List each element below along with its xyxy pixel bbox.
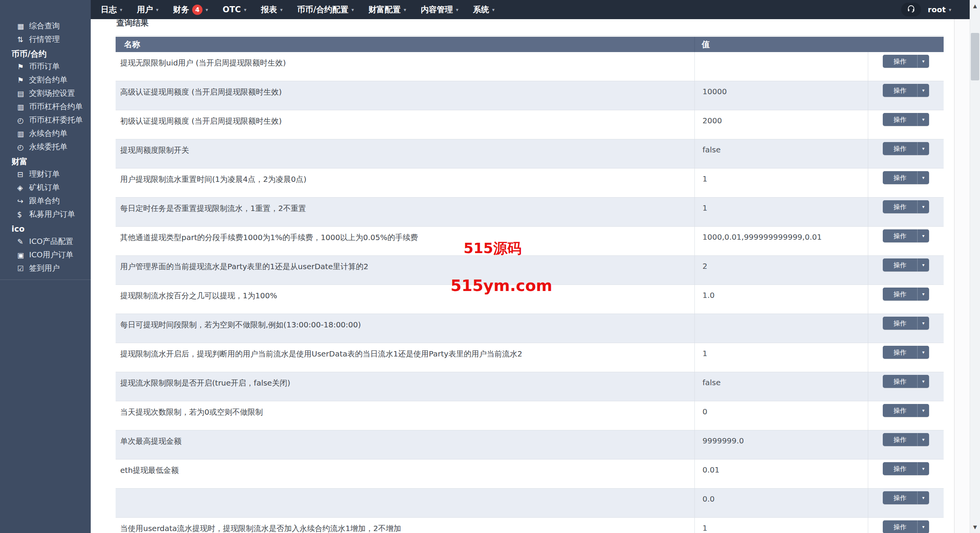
sidebar-item-label: 跟单合约 <box>29 196 60 206</box>
action-dropdown-toggle[interactable]: ▾ <box>917 346 929 359</box>
chevron-down-icon: ▾ <box>244 7 247 13</box>
setting-value: 0.0 <box>695 489 868 517</box>
nav-item-users[interactable]: 用户▾ <box>137 4 159 15</box>
setting-name: 初级认证提现周额度 (当开启周提现限额时生效) <box>116 110 695 139</box>
scroll-up-arrow-icon[interactable]: ▲ <box>970 3 980 9</box>
action-button[interactable]: 操作 <box>883 258 917 271</box>
nav-item-label: 系统 <box>473 4 489 15</box>
action-dropdown-toggle[interactable]: ▾ <box>917 404 929 417</box>
chevron-down-icon: ▾ <box>922 59 924 64</box>
nav-item-logs[interactable]: 日志▾ <box>101 4 122 15</box>
chevron-down-icon: ▾ <box>922 495 924 500</box>
action-button[interactable]: 操作 <box>883 200 917 213</box>
nav-item-content[interactable]: 内容管理▾ <box>421 4 459 15</box>
page-title: 查询结果 <box>116 19 944 36</box>
sidebar-item-private-placement-orders[interactable]: $私募用户订单 <box>0 208 91 221</box>
setting-name: 高级认证提现周额度 (当开启周提现限额时生效) <box>116 81 695 110</box>
action-button[interactable]: 操作 <box>883 317 917 330</box>
action-button[interactable]: 操作 <box>883 462 917 475</box>
nav-item-otc[interactable]: OTC▾ <box>223 5 247 14</box>
action-dropdown-toggle[interactable]: ▾ <box>917 258 929 271</box>
chevron-down-icon: ▾ <box>403 7 406 13</box>
action-button[interactable]: 操作 <box>883 84 917 97</box>
sidebar-item-ico-user-orders[interactable]: ▣ICO用户订单 <box>0 248 91 262</box>
action-dropdown-toggle[interactable]: ▾ <box>917 200 929 213</box>
setting-name: 用户提现限制流水重置时间(1为凌晨4点，2为凌晨0点) <box>116 168 695 197</box>
action-dropdown-toggle[interactable]: ▾ <box>917 84 929 97</box>
nav-item-system[interactable]: 系统▾ <box>473 4 495 15</box>
nav-item-label: 财富配置 <box>368 4 400 15</box>
sidebar-item-margin-entrust-orders[interactable]: ◴币币杠杆委托单 <box>0 113 91 127</box>
sidebar-item-perpetual-entrust-orders[interactable]: ◴永续委托单 <box>0 140 91 154</box>
sidebar-item-delivery-risk-settings[interactable]: ▤交割场控设置 <box>0 87 91 100</box>
action-button[interactable]: 操作 <box>883 55 917 68</box>
action-dropdown-toggle[interactable]: ▾ <box>917 55 929 68</box>
chevron-down-icon: ▾ <box>922 88 924 93</box>
sidebar-item-label: 行情管理 <box>29 34 60 44</box>
action-button[interactable]: 操作 <box>883 142 917 155</box>
action-button[interactable]: 操作 <box>883 171 917 184</box>
action-button[interactable]: 操作 <box>883 404 917 417</box>
nav-item-coin-contract-config[interactable]: 币币/合约配置▾ <box>297 4 354 15</box>
sidebar-item-delivery-contract-orders[interactable]: ⚑交割合约单 <box>0 73 91 87</box>
sidebar-item-perpetual-contract-orders[interactable]: ▥永续合约单 <box>0 127 91 140</box>
action-dropdown-toggle[interactable]: ▾ <box>917 520 929 533</box>
setting-value <box>695 314 868 343</box>
sidebar-item-coin-orders[interactable]: ⚑币币订单 <box>0 60 91 73</box>
action-button[interactable]: 操作 <box>883 433 917 446</box>
files-icon: ▥ <box>17 129 29 138</box>
user-menu[interactable]: root ▾ <box>928 5 951 14</box>
chevron-down-icon: ▾ <box>922 466 924 471</box>
sidebar-item-comprehensive-query[interactable]: ▦综合查询 <box>0 19 91 33</box>
sidebar-item-ico-product-config[interactable]: ✎ICO产品配置 <box>0 235 91 248</box>
sidebar-item-market-management[interactable]: ⇅行情管理 <box>0 33 91 46</box>
setting-name: 其他通道提现类型part的分段手续费1000为1%的手续费，1000以上为0.0… <box>116 227 695 255</box>
sidebar-item-checkin-users[interactable]: ☑签到用户 <box>0 262 91 275</box>
action-dropdown-toggle[interactable]: ▾ <box>917 375 929 388</box>
action-button[interactable]: 操作 <box>883 229 917 242</box>
action-button[interactable]: 操作 <box>883 491 917 504</box>
nav-item-finance[interactable]: 财务4▾ <box>173 4 208 15</box>
action-dropdown-toggle[interactable]: ▾ <box>917 491 929 504</box>
setting-value: 1 <box>695 198 868 226</box>
vertical-scrollbar[interactable]: ▲ ▼ <box>970 0 980 533</box>
setting-value: 10000 <box>695 81 868 110</box>
setting-value: 1 <box>695 518 868 533</box>
action-dropdown-toggle[interactable]: ▾ <box>917 171 929 184</box>
action-button[interactable]: 操作 <box>883 346 917 359</box>
inner-scroll-gutter <box>954 19 970 533</box>
table-row: 当天提现次数限制，若为0或空则不做限制0操作▾ <box>116 401 944 430</box>
clipboard-clock-icon: ▤ <box>17 89 29 98</box>
action-button[interactable]: 操作 <box>883 113 917 126</box>
setting-name: 用户管理界面的当前提现流水是Party表里的1还是从userDate里计算的2 <box>116 256 695 284</box>
scroll-down-arrow-icon[interactable]: ▼ <box>970 524 980 530</box>
sidebar-item-copy-trading-contract[interactable]: ↪跟单合约 <box>0 194 91 208</box>
chevron-down-icon: ▾ <box>922 262 924 268</box>
watermark-line1: 515源码 <box>464 239 521 258</box>
sidebar-item-label: 矿机订单 <box>29 182 60 193</box>
scrollbar-thumb[interactable] <box>971 33 979 80</box>
action-dropdown-toggle[interactable]: ▾ <box>917 142 929 155</box>
action-button[interactable]: 操作 <box>883 520 917 533</box>
table-row: 每日可提现时间段限制，若为空则不做限制,例如(13:00:00-18:00:00… <box>116 314 944 343</box>
action-dropdown-toggle[interactable]: ▾ <box>917 229 929 242</box>
nav-item-reports[interactable]: 报表▾ <box>261 4 283 15</box>
action-dropdown-toggle[interactable]: ▾ <box>917 288 929 301</box>
support-button[interactable] <box>901 3 921 16</box>
action-dropdown-toggle[interactable]: ▾ <box>917 433 929 446</box>
sidebar-item-miner-orders[interactable]: ◈矿机订单 <box>0 181 91 194</box>
setting-name: 提现限制流水按百分之几可以提现，1为100% <box>116 285 695 314</box>
table-row: 每日定时任务是否重置提现限制流水，1重置，2不重置1操作▾ <box>116 198 944 227</box>
sidebar-item-margin-contract-orders[interactable]: ▥币币杠杆合约单 <box>0 100 91 113</box>
edit-check-icon: ☑ <box>17 264 29 273</box>
nav-item-label: 日志 <box>101 4 117 15</box>
sidebar-item-wealth-orders[interactable]: ⊟理财订单 <box>0 167 91 181</box>
sidebar: ▦综合查询 ⇅行情管理 币币/合约 ⚑币币订单 ⚑交割合约单 ▤交割场控设置 ▥… <box>0 0 91 533</box>
action-dropdown-toggle[interactable]: ▾ <box>917 113 929 126</box>
action-dropdown-toggle[interactable]: ▾ <box>917 462 929 475</box>
chevron-down-icon: ▾ <box>922 408 924 413</box>
nav-item-wealth-config[interactable]: 财富配置▾ <box>368 4 406 15</box>
action-dropdown-toggle[interactable]: ▾ <box>917 317 929 330</box>
action-button[interactable]: 操作 <box>883 288 917 301</box>
action-button[interactable]: 操作 <box>883 375 917 388</box>
